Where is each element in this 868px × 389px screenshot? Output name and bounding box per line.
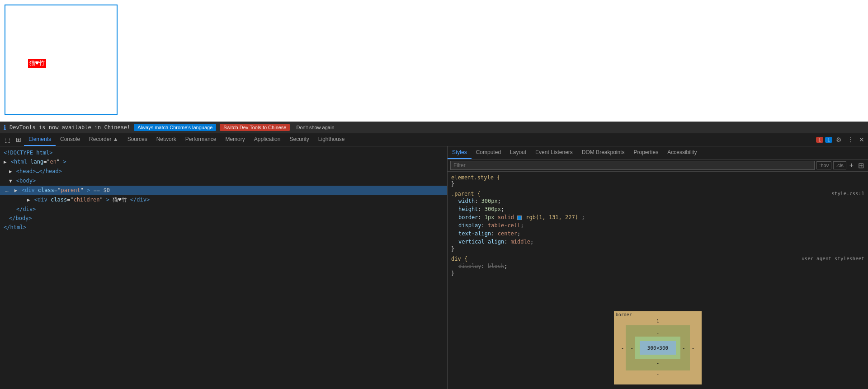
prop-display: display: table-cell; (451, 221, 864, 230)
color-swatch[interactable] (517, 216, 522, 220)
tab-elements[interactable]: Elements (24, 133, 56, 146)
prop-display-ua: display: block; (451, 262, 864, 270)
chinese-text-element: 猫♥竹 (28, 59, 46, 68)
prop-text-align: text-align: center; (451, 230, 864, 238)
info-icon: ℹ (4, 124, 6, 131)
styles-filter-bar: :hov .cls + ⊞ (448, 159, 868, 172)
dom-body[interactable]: ▼ <body> (0, 176, 447, 186)
close-icon[interactable]: ✕ (857, 135, 866, 144)
element-style-close: } (451, 181, 864, 187)
tab-properties[interactable]: Properties (629, 146, 663, 159)
right-panel: Styles Computed Layout Event Listeners D… (448, 146, 868, 389)
browser-viewport: 猫♥竹 (0, 0, 868, 122)
dom-html[interactable]: ▶ <html lang="en" > (0, 157, 447, 167)
box-model-padding-right: - (682, 345, 685, 351)
more-icon[interactable]: ⋮ (845, 135, 855, 144)
dom-doctype: <!DOCTYPE html> (0, 148, 447, 157)
prop-border: border: 1px solid rgb(1, 131, 227) ; (451, 213, 864, 221)
div-ua-section: div { user agent stylesheet display: blo… (451, 256, 864, 277)
tab-computed[interactable]: Computed (472, 146, 505, 159)
tab-network[interactable]: Network (152, 133, 181, 146)
dom-children-div[interactable]: ▶ <div class="children" > 猫♥竹 </div> (0, 195, 447, 205)
box-model-middle-border: - 300×300 - (630, 337, 685, 359)
box-model-area: border 1 - - - 300×300 - (448, 307, 868, 389)
prop-vertical-align: vertical-align: middle; (451, 238, 864, 246)
dom-parent-div[interactable]: … ▶ <div class="parent" > == $0 (0, 186, 447, 195)
box-model-margin-left: - (621, 345, 624, 351)
dom-panel[interactable]: <!DOCTYPE html> ▶ <html lang="en" > ▶ <h… (0, 146, 448, 389)
page-element-box: 猫♥竹 (5, 5, 118, 115)
hov-button[interactable]: :hov (816, 161, 831, 169)
tab-styles[interactable]: Styles (448, 146, 472, 159)
box-model-padding-area: 300×300 (635, 337, 680, 359)
tab-application[interactable]: Application (250, 133, 285, 146)
dom-close-html: </html> (0, 223, 447, 232)
inspect-icon[interactable]: ⬚ (2, 134, 13, 145)
styles-content: element.style { } .parent { style.css:1 … (448, 172, 868, 307)
error-badge: 1 (816, 137, 823, 143)
notification-message: DevTools is now available in Chinese! (9, 124, 130, 131)
filter-input[interactable] (450, 161, 815, 170)
box-model-content: 300×300 (640, 341, 676, 355)
dom-head[interactable]: ▶ <head>…</head> (0, 167, 447, 176)
cls-button[interactable]: .cls (833, 161, 846, 169)
tab-right-icons: 1 1 ⚙ ⋮ ✕ (816, 135, 866, 144)
dom-close-body: </body> (0, 214, 447, 223)
tab-performance[interactable]: Performance (181, 133, 221, 146)
tab-event-listeners[interactable]: Event Listeners (531, 146, 577, 159)
box-model-border-label: border (616, 312, 632, 317)
box-model-padding-top: - (630, 330, 685, 336)
main-tabs: ⬚ ⊞ Elements Console Recorder ▲ Sources … (0, 133, 868, 146)
box-model-padding-bottom: - (630, 360, 685, 366)
settings-icon[interactable]: ⚙ (834, 135, 844, 144)
box-model-margin-top: 1 (621, 319, 695, 324)
element-style-selector: element.style { (451, 174, 864, 181)
div-ua-header: div { user agent stylesheet (451, 256, 864, 262)
tab-security[interactable]: Security (285, 133, 313, 146)
tab-lighthouse[interactable]: Lighthouse (314, 133, 349, 146)
box-model-margin-bottom: - (621, 371, 695, 377)
tab-accessibility[interactable]: Accessibility (663, 146, 701, 159)
div-ua-close: } (451, 270, 864, 277)
tab-console[interactable]: Console (56, 133, 85, 146)
add-style-button[interactable]: + (848, 161, 855, 169)
device-icon[interactable]: ⊞ (13, 134, 24, 145)
dom-close-div: </div> (0, 205, 447, 214)
tab-recorder[interactable]: Recorder ▲ (85, 133, 123, 146)
always-match-button[interactable]: Always match Chrome's language (134, 124, 216, 131)
devtools: ℹ DevTools is now available in Chinese! … (0, 122, 868, 389)
prop-height: height: 300px; (451, 205, 864, 213)
new-style-rule-button[interactable]: ⊞ (857, 161, 865, 170)
devtools-main: <!DOCTYPE html> ▶ <html lang="en" > ▶ <h… (0, 146, 868, 389)
parent-style-close: } (451, 246, 864, 252)
box-model-margin-right: - (692, 345, 695, 351)
notification-bar: ℹ DevTools is now available in Chinese! … (0, 122, 868, 133)
box-model-border-area: - - 300×300 - - (626, 325, 689, 370)
parent-style-header: .parent { style.css:1 (451, 191, 864, 197)
box-model-outer: border 1 - - - 300×300 - (614, 311, 702, 384)
box-model-padding-left: - (630, 345, 633, 351)
dont-show-button[interactable]: Don't show again (293, 124, 337, 131)
box-model-middle-outer: - - - 300×300 - - - (621, 325, 695, 370)
tab-sources[interactable]: Sources (123, 133, 152, 146)
switch-devtools-button[interactable]: Switch Dev Tools to Chinese (220, 124, 290, 131)
info-badge: 1 (825, 137, 832, 143)
parent-style-section: .parent { style.css:1 width: 300px; heig… (451, 191, 864, 252)
element-style-section: element.style { } (451, 174, 864, 187)
tab-dom-breakpoints[interactable]: DOM Breakpoints (577, 146, 629, 159)
tab-layout[interactable]: Layout (505, 146, 531, 159)
prop-width: width: 300px; (451, 197, 864, 205)
tab-memory[interactable]: Memory (221, 133, 249, 146)
styles-tabs: Styles Computed Layout Event Listeners D… (448, 146, 868, 159)
